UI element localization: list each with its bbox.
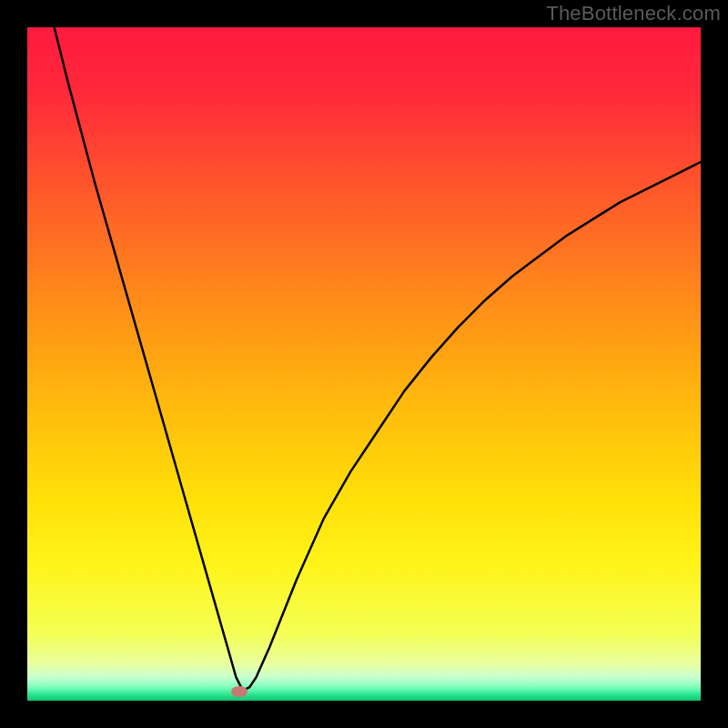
plot-area xyxy=(27,27,701,701)
watermark-text: TheBottleneck.com xyxy=(546,2,721,25)
bottleneck-curve xyxy=(27,27,701,701)
optimal-marker xyxy=(231,686,248,697)
plot-frame xyxy=(27,27,701,701)
